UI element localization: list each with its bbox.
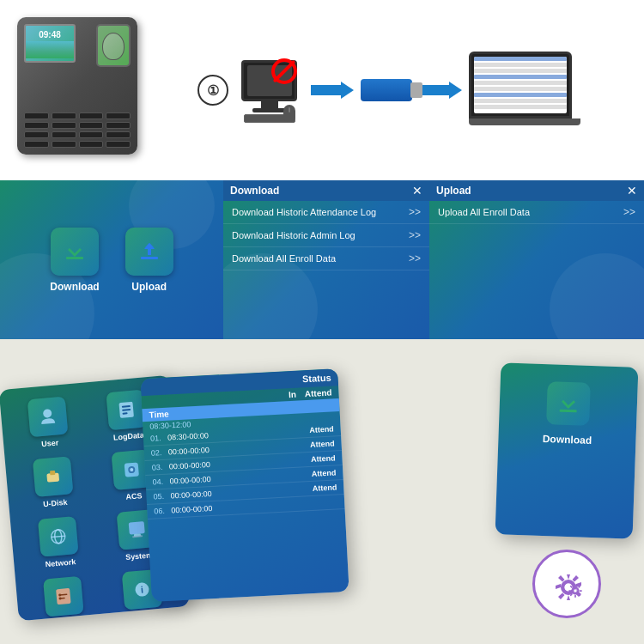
- download-label: Download: [50, 281, 99, 293]
- svg-rect-15: [50, 471, 55, 476]
- chevron-icon: >>: [623, 206, 635, 218]
- laptop-row: [474, 63, 567, 67]
- chevron-icon: >>: [409, 206, 421, 218]
- no-symbol-icon: [271, 58, 299, 86]
- key[interactable]: [79, 122, 104, 129]
- network-icon-box: [38, 516, 79, 557]
- laptop-row: [474, 105, 567, 109]
- key[interactable]: [106, 122, 131, 129]
- udisk-icon-box: [33, 456, 74, 497]
- key[interactable]: [24, 131, 49, 138]
- top-section: 09:48: [0, 0, 644, 180]
- about-icon: i: [131, 579, 153, 601]
- svg-rect-22: [129, 521, 145, 535]
- laptop-row: [474, 57, 567, 61]
- usb-body: [361, 79, 412, 101]
- menu-item-network[interactable]: Network: [22, 514, 95, 570]
- monitor-base: [252, 108, 287, 112]
- key[interactable]: [52, 112, 76, 119]
- key[interactable]: [79, 131, 104, 138]
- row-num: 03.: [152, 463, 169, 472]
- udisk-icon: [42, 465, 64, 488]
- menu-item-udisk[interactable]: U-Disk: [17, 455, 90, 511]
- laptop-screen-content: [474, 57, 567, 113]
- computer-icon: [235, 60, 304, 120]
- key[interactable]: [106, 112, 131, 119]
- device-screen-grass: [26, 41, 74, 58]
- svg-line-40: [571, 586, 572, 587]
- upload-panel-header: Upload ✕: [429, 180, 644, 201]
- key[interactable]: [106, 141, 131, 148]
- key[interactable]: [24, 122, 49, 129]
- row-num: 06.: [154, 507, 171, 516]
- gear-icon-container[interactable]: [532, 550, 601, 618]
- row-num: 05.: [153, 492, 170, 501]
- upload-close-button[interactable]: ✕: [627, 184, 637, 197]
- menu-item-atted[interactable]: Atted...: [27, 574, 100, 621]
- key[interactable]: [106, 131, 131, 138]
- svg-rect-2: [66, 257, 83, 259]
- laptop-row: [474, 81, 567, 85]
- udisk-label: U-Disk: [43, 498, 68, 508]
- key[interactable]: [52, 141, 76, 148]
- svg-line-41: [579, 594, 580, 595]
- svg-marker-0: [311, 82, 354, 99]
- arrow-right-icon: [311, 82, 354, 99]
- download-close-button[interactable]: ✕: [412, 184, 422, 197]
- row-status: Attend: [311, 453, 336, 463]
- row-num: 02.: [151, 448, 168, 458]
- laptop-row: [474, 87, 567, 91]
- device-keypad: [24, 112, 131, 148]
- settings-gear-icon: [545, 562, 588, 605]
- upload-icon: [136, 238, 163, 265]
- download-admin-log[interactable]: Download Historic Admin Log >>: [223, 224, 429, 247]
- atted-label: Atted...: [52, 617, 79, 621]
- download-icon: [61, 238, 88, 265]
- row-status: Attend: [310, 439, 335, 448]
- download-attendance-log[interactable]: Download Historic Attendance Log >>: [223, 201, 429, 224]
- step-number: ①: [197, 75, 228, 106]
- row-status: Attend: [312, 468, 337, 477]
- gear-icon[interactable]: [532, 550, 601, 618]
- arrow-right-icon: [419, 82, 462, 99]
- download-card-icon-box: [546, 381, 591, 426]
- upload-enroll-data[interactable]: Upload All Enroll Data >>: [429, 201, 644, 224]
- attendance-card: Status In Attend Time 08:30-12:00 01. 08…: [140, 368, 349, 602]
- upload-icon-box: [125, 228, 173, 276]
- middle-section: Download Upload Download ✕ Download Hist…: [0, 180, 644, 339]
- logdata-label: LogData: [113, 431, 145, 442]
- download-enroll-data[interactable]: Download All Enroll Data >>: [223, 247, 429, 270]
- atted-icon-box: [43, 576, 84, 617]
- atted-icon: [52, 586, 75, 608]
- download-card-label: Download: [543, 433, 592, 447]
- key[interactable]: [79, 112, 104, 119]
- svg-marker-8: [144, 243, 155, 249]
- user-icon-box: [27, 397, 69, 438]
- fingerprint-device: 09:48: [17, 17, 150, 163]
- chevron-icon: >>: [409, 252, 421, 264]
- in-label: In: [289, 390, 296, 399]
- download-card: Download: [495, 362, 639, 538]
- upload-panel-title: Upload: [436, 185, 471, 197]
- svg-point-35: [574, 589, 577, 592]
- upload-panel: Upload ✕ Upload All Enroll Data >>: [429, 180, 644, 339]
- fingerprint-sensor: [96, 24, 131, 67]
- chevron-icon: >>: [409, 229, 421, 241]
- svg-line-43: [579, 586, 580, 587]
- download-icon-item[interactable]: Download: [50, 228, 99, 293]
- menu-item-user[interactable]: User: [12, 395, 85, 451]
- key[interactable]: [52, 122, 76, 129]
- key[interactable]: [52, 131, 76, 138]
- download-panel: Download ✕ Download Historic Attendance …: [223, 180, 429, 339]
- monitor: [241, 60, 297, 101]
- svg-line-21: [52, 536, 65, 537]
- key[interactable]: [24, 112, 49, 119]
- upload-icon-item[interactable]: Upload: [125, 228, 173, 293]
- usb-drive-icon: [361, 79, 412, 101]
- download-admin-label: Download Historic Admin Log: [232, 230, 355, 240]
- key[interactable]: [24, 141, 49, 148]
- key[interactable]: [79, 141, 104, 148]
- upload-label: Upload: [131, 281, 167, 293]
- laptop-row: [474, 99, 567, 103]
- svg-marker-3: [68, 243, 82, 257]
